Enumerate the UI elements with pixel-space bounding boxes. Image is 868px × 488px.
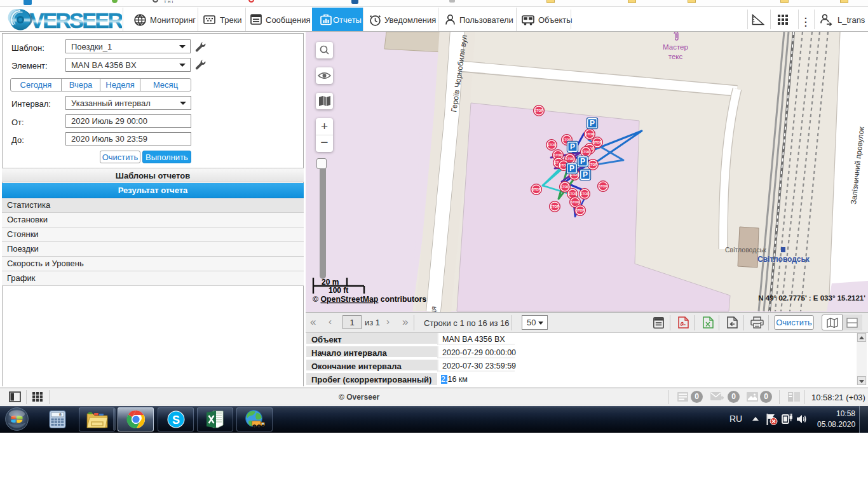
svg-text:STOP: STOP: [571, 200, 580, 204]
svg-text:ця: ця: [429, 306, 437, 312]
svg-text:STOP: STOP: [553, 153, 562, 157]
svg-text:S: S: [172, 414, 179, 426]
svg-text:P: P: [580, 157, 585, 166]
svg-text:0: 0: [59, 413, 62, 417]
svg-text:P: P: [570, 142, 575, 151]
svg-text:P: P: [583, 170, 588, 179]
svg-text:P: P: [569, 164, 574, 173]
svg-text:STOP: STOP: [585, 132, 594, 136]
svg-text:текс: текс: [668, 53, 683, 60]
svg-text:P: P: [590, 119, 595, 128]
svg-text:STOP: STOP: [599, 184, 607, 188]
svg-text:STOP: STOP: [581, 150, 590, 154]
svg-text:STOP: STOP: [532, 187, 541, 191]
svg-text:STOP: STOP: [588, 163, 597, 166]
svg-text:STOP: STOP: [547, 143, 556, 147]
svg-text:VERSEER: VERSEER: [30, 9, 122, 30]
svg-text:Світловодськ: Світловодськ: [757, 255, 810, 264]
svg-text:© OpenStreetMap contributors: © OpenStreetMap contributors: [313, 295, 426, 304]
svg-text:STOP: STOP: [560, 185, 569, 189]
svg-text:Світловодськ: Світловодськ: [725, 246, 766, 254]
svg-text:STOP: STOP: [576, 208, 585, 212]
svg-text:N 49° 02.7775' : E 033° 15.212: N 49° 02.7775' : E 033° 15.2121': [758, 294, 865, 302]
svg-text:100 ft: 100 ft: [329, 286, 348, 295]
svg-text:STOP: STOP: [550, 205, 559, 208]
svg-text:STOP: STOP: [580, 192, 589, 196]
svg-text:STOP: STOP: [568, 192, 577, 196]
svg-text:Мастер: Мастер: [663, 43, 688, 51]
svg-text:STOP: STOP: [534, 109, 543, 112]
svg-text:STOP: STOP: [593, 140, 602, 144]
svg-text:STOP: STOP: [566, 157, 574, 161]
